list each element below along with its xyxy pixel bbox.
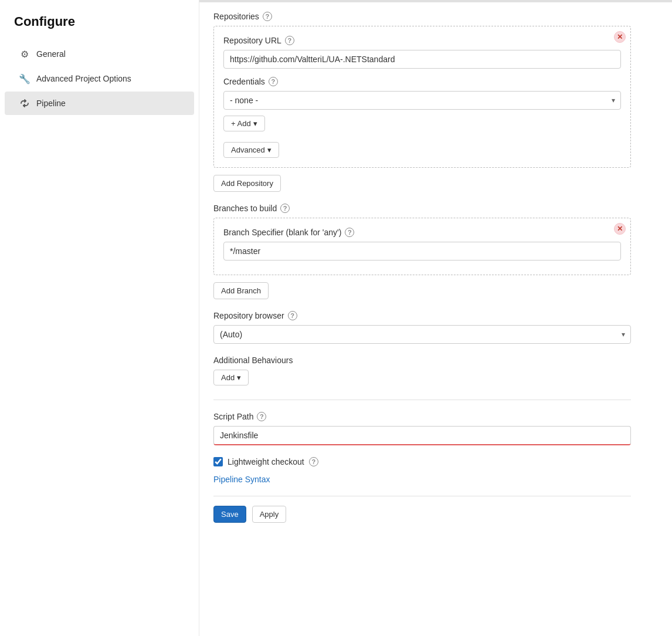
additional-behaviours-section: Additional Behaviours Add ▾ [213,356,631,388]
main-content: Repositories ? ✕ Repository URL ? C [199,0,672,636]
repository-url-input[interactable] [223,50,621,69]
lightweight-checkout-label: Lightweight checkout [228,457,304,466]
credentials-help-icon[interactable]: ? [269,77,278,86]
branch-specifier-field: Branch Specifier (blank for 'any') ? [223,228,621,261]
lightweight-checkout-row: Lightweight checkout ? [213,457,631,466]
advanced-button[interactable]: Advanced ▾ [223,142,279,158]
save-button[interactable]: Save [213,506,246,523]
gear-icon: ⚙ [19,48,30,60]
top-divider [199,0,672,2]
credentials-field: Credentials ? - none - ▾ [223,77,621,110]
branches-section: Branches to build ? ✕ Branch Specifier (… [213,204,631,299]
sidebar-item-label-general: General [36,49,66,59]
close-branch-button[interactable]: ✕ [614,223,626,235]
credentials-select[interactable]: - none - [223,91,621,110]
sidebar-item-pipeline[interactable]: Pipeline [5,92,194,115]
close-repository-button[interactable]: ✕ [614,31,626,43]
section-divider [213,400,631,400]
repo-browser-select[interactable]: (Auto) [213,325,631,344]
credentials-select-wrapper: - none - ▾ [223,91,621,110]
behaviour-add-chevron-icon: ▾ [237,373,241,382]
add-branch-button[interactable]: Add Branch [213,282,269,299]
repo-browser-section: Repository browser ? (Auto) ▾ [213,311,631,344]
branches-label: Branches to build ? [213,204,631,213]
add-repository-button[interactable]: Add Repository [213,175,281,192]
action-bar: Save Apply [213,496,631,534]
repo-browser-label: Repository browser ? [213,311,631,320]
apply-button[interactable]: Apply [252,506,287,523]
add-behaviour-button[interactable]: Add ▾ [213,370,249,385]
pipeline-icon [19,97,30,109]
pipeline-syntax-link[interactable]: Pipeline Syntax [213,475,270,484]
add-chevron-icon: ▾ [253,119,257,128]
repo-browser-select-wrapper: (Auto) ▾ [213,325,631,344]
script-path-help-icon[interactable]: ? [257,412,266,421]
sidebar-item-advanced-project-options[interactable]: 🔧 Advanced Project Options [5,67,194,90]
add-credential-button[interactable]: + Add ▾ [223,116,265,131]
branch-specifier-label: Branch Specifier (blank for 'any') ? [223,228,621,237]
repositories-label: Repositories ? [213,12,631,21]
repository-url-label: Repository URL ? [223,36,621,45]
additional-behaviours-label: Additional Behaviours [213,356,631,365]
repositories-section: Repositories ? ✕ Repository URL ? C [213,12,631,192]
sidebar-item-label-advanced: Advanced Project Options [36,74,131,83]
repo-browser-help-icon[interactable]: ? [288,311,297,320]
script-path-section: Script Path ? [213,412,631,445]
branch-specifier-box: ✕ Branch Specifier (blank for 'any') ? [213,218,631,275]
lightweight-checkout-checkbox[interactable] [213,457,223,466]
credentials-label: Credentials ? [223,77,621,86]
branch-specifier-input[interactable] [223,242,621,261]
branches-help-icon[interactable]: ? [280,204,290,213]
lightweight-checkout-help-icon[interactable]: ? [309,457,318,466]
repository-url-help-icon[interactable]: ? [285,36,294,45]
repositories-help-icon[interactable]: ? [263,12,272,21]
pipeline-syntax-section: Pipeline Syntax [213,475,631,484]
sidebar-item-label-pipeline: Pipeline [36,99,66,108]
sidebar-title: Configure [0,14,199,41]
wrench-icon: 🔧 [19,73,30,84]
branch-specifier-help-icon[interactable]: ? [345,228,354,237]
repository-url-field: Repository URL ? [223,36,621,69]
repository-box: ✕ Repository URL ? Credentials ? [213,26,631,168]
sidebar: Configure ⚙ General 🔧 Advanced Project O… [0,0,199,636]
script-path-label: Script Path ? [213,412,631,421]
advanced-chevron-icon: ▾ [267,146,271,154]
sidebar-item-general[interactable]: ⚙ General [5,42,194,66]
script-path-input[interactable] [213,426,631,445]
